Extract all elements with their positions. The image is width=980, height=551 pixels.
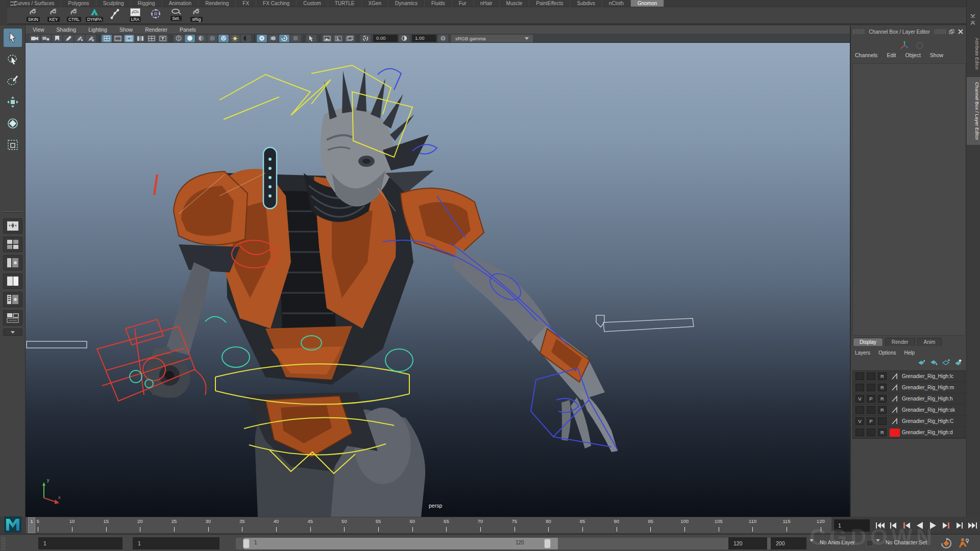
multisample-icon[interactable] <box>279 35 289 42</box>
anim-layer-button[interactable]: No Anim Layer <box>820 539 855 545</box>
layer-up-icon[interactable] <box>918 359 925 366</box>
shelf-button-dynpa[interactable]: DYNPA <box>86 8 103 22</box>
layer-row[interactable]: R Grenadier_Rig_High:m <box>853 382 965 393</box>
shelf-button-key[interactable]: KEY <box>45 8 62 22</box>
character-set-button[interactable]: No Character Set <box>886 539 927 545</box>
layer-visibility-toggle[interactable] <box>855 384 864 391</box>
panel-menu-item[interactable]: Lighting <box>88 27 107 33</box>
layer-playback-toggle[interactable] <box>867 372 875 380</box>
play-forward-button[interactable] <box>927 520 939 531</box>
render-settings-icon[interactable] <box>290 35 301 42</box>
drag-handle-icon[interactable] <box>935 29 946 34</box>
layer-visibility-toggle[interactable]: V <box>855 395 864 403</box>
shelf-tab[interactable]: Rendering <box>199 0 236 7</box>
channel-box-menu-item[interactable]: Channels <box>855 52 877 60</box>
channel-box-menu-item[interactable]: Edit <box>887 52 896 60</box>
shelf-tab[interactable]: XGen <box>362 0 389 7</box>
layer-name[interactable]: Grenadier_Rig_High:m <box>902 385 954 390</box>
range-start-handle[interactable] <box>243 539 250 548</box>
camera-attributes-icon[interactable] <box>41 35 51 42</box>
layer-editor-tab[interactable]: Display <box>853 338 883 346</box>
time-slider[interactable]: 5101520253035404550556065707580859095100… <box>26 517 832 534</box>
panel-menu-item[interactable]: Shading <box>57 27 77 33</box>
sidebar-tab[interactable]: Channel Box / Layer Editor <box>967 77 980 145</box>
exposure-field[interactable]: 0.00 <box>373 35 398 42</box>
layer-editor-menu-item[interactable]: Layers <box>855 350 870 356</box>
layer-editor-tab[interactable]: Anim <box>917 338 942 346</box>
channel-box-list-area[interactable] <box>852 63 966 336</box>
camera-icon[interactable] <box>30 35 40 42</box>
step-back-frame-button[interactable] <box>900 520 913 531</box>
lasso-select-tool-button[interactable] <box>4 50 22 68</box>
new-layer-from-selected-icon[interactable] <box>954 359 962 366</box>
layer-display-type-toggle[interactable]: R <box>878 406 887 414</box>
layer-row[interactable]: R Grenadier_Rig_High:lc <box>853 371 965 382</box>
screen-space-ao-icon[interactable] <box>257 35 267 42</box>
shaded-icon[interactable] <box>185 35 195 42</box>
animation-start-field[interactable]: 1 <box>38 537 122 549</box>
layer-display-type-toggle[interactable]: R <box>878 372 887 380</box>
playhead[interactable]: 1 <box>28 517 35 533</box>
layer-visibility-toggle[interactable]: V <box>855 417 864 425</box>
current-frame-field[interactable]: 1 <box>834 519 870 532</box>
shelf-tab[interactable]: nCloth <box>602 0 631 7</box>
panel-menu-item[interactable]: Renderer <box>145 27 167 33</box>
auto-keyframe-icon[interactable] <box>941 538 952 549</box>
shelf-menu-icon[interactable] <box>10 2 16 6</box>
chevron-down-icon[interactable] <box>810 542 814 547</box>
lighting-icon[interactable] <box>230 35 240 42</box>
range-slider-active[interactable] <box>244 538 558 549</box>
motion-blur-icon[interactable] <box>268 35 278 42</box>
layer-editor-menu-item[interactable]: Options <box>878 350 896 356</box>
layer-swatch[interactable] <box>890 406 900 414</box>
layer-swatch[interactable] <box>890 429 900 437</box>
layer-swatch[interactable] <box>890 417 900 425</box>
gamma-icon[interactable] <box>438 35 448 42</box>
layer-playback-toggle[interactable] <box>867 384 875 391</box>
viewport-persp[interactable]: y x persp <box>26 43 850 517</box>
layer-visibility-toggle[interactable] <box>855 406 864 414</box>
layer-row[interactable]: V P Grenadier_Rig_High:C <box>853 416 965 427</box>
mute-toggle[interactable] <box>866 540 873 546</box>
shelf-tab[interactable]: PaintEffects <box>529 0 570 7</box>
exposure-icon[interactable] <box>360 35 371 42</box>
close-icon[interactable] <box>957 29 964 35</box>
image-plane-sequence-icon[interactable] <box>345 35 355 42</box>
shelf-tab[interactable]: Gnomon <box>631 0 664 7</box>
use-default-material-icon[interactable] <box>207 35 217 42</box>
panel-menu-item[interactable]: Show <box>119 27 133 33</box>
image-plane-icon[interactable] <box>322 35 332 42</box>
shelf-button-set[interactable]: Set. <box>167 8 185 21</box>
shelf-tab[interactable]: TURTLE <box>328 0 362 7</box>
grease-pencil-icon[interactable] <box>63 35 74 42</box>
layer-display-type-toggle[interactable]: R <box>878 384 887 391</box>
layer-playback-toggle[interactable] <box>867 406 875 414</box>
layer-visibility-toggle[interactable] <box>855 372 864 380</box>
scale-tool-button[interactable] <box>4 136 22 154</box>
layout-single-pane-button[interactable] <box>3 218 22 234</box>
drag-handle-icon[interactable] <box>1 537 6 550</box>
chevron-up-icon[interactable] <box>969 20 977 26</box>
channel-box-header[interactable]: Channel Box / Layer Editor <box>851 26 966 38</box>
shelf-tab[interactable]: Custom <box>297 0 328 7</box>
range-slider[interactable]: 1 120 <box>236 538 771 549</box>
layer-name[interactable]: Grenadier_Rig_High:h <box>902 396 953 402</box>
panel-menu-item[interactable]: View <box>33 27 44 33</box>
layer-visibility-toggle[interactable] <box>855 429 864 436</box>
layer-playback-toggle[interactable]: P <box>867 395 875 403</box>
animation-end-field[interactable]: 200 <box>771 537 806 549</box>
panel-menu-item[interactable]: Panels <box>180 27 196 33</box>
layer-row[interactable]: V P R Grenadier_Rig_High:h <box>853 393 965 405</box>
layer-swatch[interactable] <box>890 395 900 403</box>
field-chart-icon[interactable] <box>146 35 157 42</box>
layout-two-pane-button[interactable] <box>3 273 22 289</box>
layer-swatch[interactable] <box>890 372 900 381</box>
layer-name[interactable]: Grenadier_Rig_High:d <box>902 430 953 435</box>
view-transform-dropdown[interactable]: sRGB gamma <box>451 35 533 42</box>
shelf-tab[interactable]: Sculpting <box>96 0 131 7</box>
shelf-button-srig[interactable]: sRig <box>188 8 205 22</box>
safe-title-icon[interactable] <box>158 35 168 42</box>
layer-editor-tab[interactable]: Render <box>885 338 915 346</box>
wireframe-icon[interactable] <box>174 35 184 42</box>
textured-icon[interactable] <box>196 35 206 42</box>
